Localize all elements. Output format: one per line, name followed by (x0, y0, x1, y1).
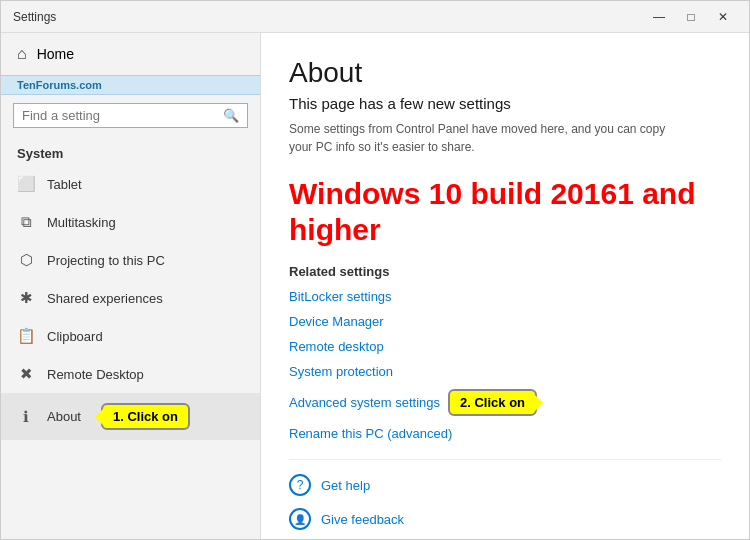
sidebar-item-clipboard[interactable]: 📋 Clipboard (1, 317, 260, 355)
tablet-icon: ⬜ (17, 175, 35, 193)
about-callout: 1. Click on (101, 403, 190, 430)
sidebar-item-about[interactable]: ℹ About 1. Click on (1, 393, 260, 440)
get-help-icon: ? (289, 474, 311, 496)
window-content: ⌂ Home TenForums.com 🔍 System ⬜ Tablet ⧉ (1, 33, 749, 539)
bitlocker-link[interactable]: BitLocker settings (289, 289, 721, 304)
get-help-item[interactable]: ? Get help (289, 474, 721, 496)
clipboard-icon: 📋 (17, 327, 35, 345)
search-input[interactable] (22, 108, 223, 123)
advanced-settings-row: Advanced system settings 2. Click on (289, 389, 721, 416)
sidebar-section-label: System (1, 136, 260, 165)
sidebar-item-shared[interactable]: ✱ Shared experiences (1, 279, 260, 317)
sidebar-item-projecting[interactable]: ⬡ Projecting to this PC (1, 241, 260, 279)
get-help-label: Get help (321, 478, 370, 493)
give-feedback-item[interactable]: 👤 Give feedback (289, 508, 721, 530)
sidebar-label-remote: Remote Desktop (47, 367, 144, 382)
sidebar-label-tablet: Tablet (47, 177, 82, 192)
main-panel: About This page has a few new settings S… (261, 33, 749, 539)
project-icon: ⬡ (17, 251, 35, 269)
give-feedback-label: Give feedback (321, 512, 404, 527)
home-icon: ⌂ (17, 45, 27, 63)
give-feedback-icon: 👤 (289, 508, 311, 530)
remote-desktop-link[interactable]: Remote desktop (289, 339, 721, 354)
page-subtitle: This page has a few new settings (289, 95, 721, 112)
page-title: About (289, 57, 721, 89)
system-protection-link[interactable]: System protection (289, 364, 721, 379)
settings-window: Settings — □ ✕ ⌂ Home TenForums.com 🔍 (0, 0, 750, 540)
sidebar: ⌂ Home TenForums.com 🔍 System ⬜ Tablet ⧉ (1, 33, 261, 539)
window-title: Settings (13, 10, 56, 24)
sidebar-item-tablet[interactable]: ⬜ Tablet (1, 165, 260, 203)
sidebar-label-projecting: Projecting to this PC (47, 253, 165, 268)
watermark-text: TenForums.com (17, 79, 102, 91)
shared-icon: ✱ (17, 289, 35, 307)
sidebar-home-label: Home (37, 46, 74, 62)
related-settings-label: Related settings (289, 264, 721, 279)
multitask-icon: ⧉ (17, 213, 35, 231)
sidebar-label-clipboard: Clipboard (47, 329, 103, 344)
window-controls: — □ ✕ (645, 7, 737, 27)
info-icon: ℹ (17, 408, 35, 426)
rename-pc-link[interactable]: Rename this PC (advanced) (289, 426, 721, 441)
page-desc: Some settings from Control Panel have mo… (289, 120, 669, 156)
minimize-button[interactable]: — (645, 7, 673, 27)
sidebar-item-multitasking[interactable]: ⧉ Multitasking (1, 203, 260, 241)
bottom-links: ? Get help 👤 Give feedback (289, 459, 721, 530)
title-bar: Settings — □ ✕ (1, 1, 749, 33)
remote-icon: ✖ (17, 365, 35, 383)
watermark-overlay: Windows 10 build 20161 and higher (289, 176, 721, 248)
sidebar-label-multitasking: Multitasking (47, 215, 116, 230)
advanced-callout: 2. Click on (448, 389, 537, 416)
device-manager-link[interactable]: Device Manager (289, 314, 721, 329)
sidebar-item-home[interactable]: ⌂ Home (1, 33, 260, 75)
search-box[interactable]: 🔍 (13, 103, 248, 128)
sidebar-label-shared: Shared experiences (47, 291, 163, 306)
search-icon: 🔍 (223, 108, 239, 123)
advanced-system-link[interactable]: Advanced system settings (289, 395, 440, 410)
close-button[interactable]: ✕ (709, 7, 737, 27)
sidebar-item-remote[interactable]: ✖ Remote Desktop (1, 355, 260, 393)
watermark-bar: TenForums.com (1, 75, 260, 95)
sidebar-label-about: About (47, 409, 81, 424)
maximize-button[interactable]: □ (677, 7, 705, 27)
